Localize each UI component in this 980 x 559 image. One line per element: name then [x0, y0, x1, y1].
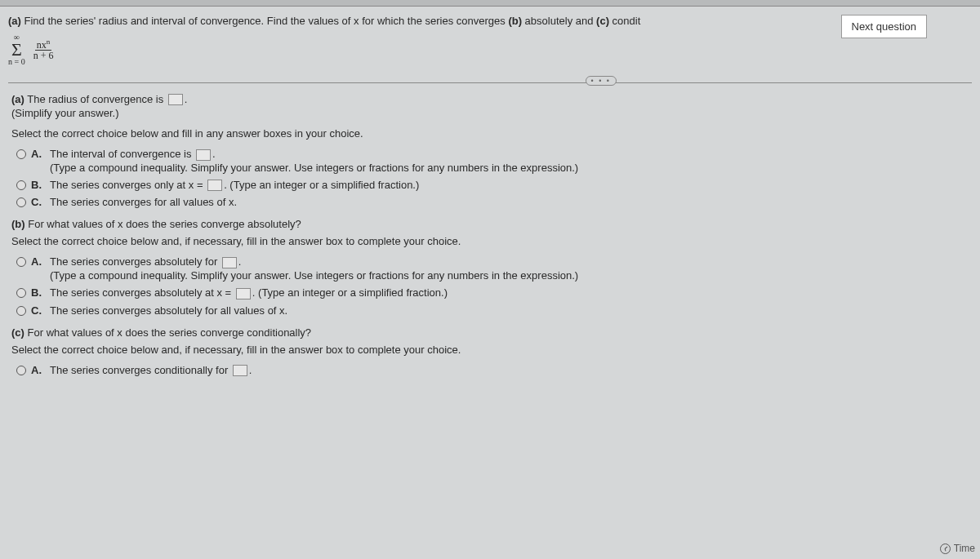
part-a-line2: (Simplify your answer.): [11, 107, 972, 119]
part-a-line1: (a) The radius of convergence is .: [11, 93, 972, 106]
sigma-lower-limit: n = 0: [8, 58, 25, 66]
choice-label: B.: [31, 286, 42, 299]
choice-label: A.: [31, 364, 42, 376]
part-c-section: (c) For what values of x does the series…: [8, 326, 972, 377]
radio-a-B[interactable]: [16, 180, 26, 190]
part-b-instruction: Select the correct choice below and, if …: [11, 235, 972, 247]
time-label: Time: [954, 543, 975, 554]
answer-input-abs-xvalue[interactable]: [236, 288, 251, 299]
window-top-edge: [0, 0, 980, 7]
time-indicator: Time: [940, 543, 975, 554]
part-c-instruction: Select the correct choice below and, if …: [11, 344, 972, 356]
part-a-choices: A. The interval of convergence is . (Typ…: [11, 148, 972, 208]
radio-b-B[interactable]: [16, 288, 26, 298]
choice-b-C: C. The series converges absolutely for a…: [16, 304, 972, 317]
prompt-text-3: condit: [612, 15, 641, 27]
part-b-label: (b): [508, 15, 522, 27]
radio-b-C[interactable]: [16, 306, 26, 316]
radio-c-A[interactable]: [16, 366, 26, 375]
choice-label: A.: [31, 255, 42, 268]
choice-c-A: A. The series converges conditionally fo…: [16, 364, 972, 377]
series-formula: ∞ Σ n = 0 nxn n + 6: [8, 33, 972, 66]
prompt-text-2: absolutely and: [525, 15, 594, 27]
expand-icon[interactable]: • • •: [586, 76, 617, 86]
fraction: nxn n + 6: [32, 38, 56, 60]
radio-b-A[interactable]: [16, 257, 26, 267]
part-c-line1: (c) For what values of x does the series…: [11, 326, 972, 339]
part-b-choices: A. The series converges absolutely for .…: [11, 255, 972, 316]
radio-a-C[interactable]: [16, 197, 26, 207]
clock-icon: [940, 543, 951, 554]
answer-input-xvalue[interactable]: [207, 180, 222, 191]
choice-label: C.: [31, 196, 42, 208]
part-a-label: (a): [8, 15, 21, 27]
radio-a-A[interactable]: [16, 149, 26, 159]
part-c-choices: A. The series converges conditionally fo…: [11, 364, 972, 377]
part-c-label: (c): [596, 15, 609, 27]
answer-input-interval[interactable]: [196, 149, 211, 161]
choice-a-C: C. The series converges for all values o…: [16, 196, 972, 208]
choice-b-A: A. The series converges absolutely for .…: [16, 255, 972, 282]
sigma-symbol: Σ: [11, 42, 22, 58]
numerator: nxn: [35, 38, 52, 51]
answer-input-radius[interactable]: [168, 94, 183, 105]
choice-label: A.: [31, 148, 42, 160]
section-divider: • • •: [8, 82, 972, 83]
choice-label: C.: [31, 304, 42, 317]
choice-label: B.: [31, 179, 42, 191]
choice-a-A: A. The interval of convergence is . (Typ…: [16, 148, 972, 174]
part-b-section: (b) For what values of x does the series…: [8, 218, 972, 316]
sigma-block: ∞ Σ n = 0: [8, 33, 25, 66]
part-a-section: (a) The radius of convergence is . (Simp…: [8, 93, 972, 209]
choice-a-B: B. The series converges only at x = . (T…: [16, 179, 972, 192]
question-prompt: (a) Find the series' radius and interval…: [8, 15, 972, 27]
part-a-instruction: Select the correct choice below and fill…: [11, 127, 972, 140]
answer-input-abs-interval[interactable]: [222, 257, 237, 268]
answer-input-cond-interval[interactable]: [233, 365, 247, 376]
denominator: n + 6: [32, 51, 56, 60]
choice-b-B: B. The series converges absolutely at x …: [16, 286, 972, 299]
part-b-line1: (b) For what values of x does the series…: [11, 218, 972, 230]
question-content: (a) Find the series' radius and interval…: [0, 7, 980, 376]
prompt-text-1: Find the series' radius and interval of …: [24, 15, 506, 27]
